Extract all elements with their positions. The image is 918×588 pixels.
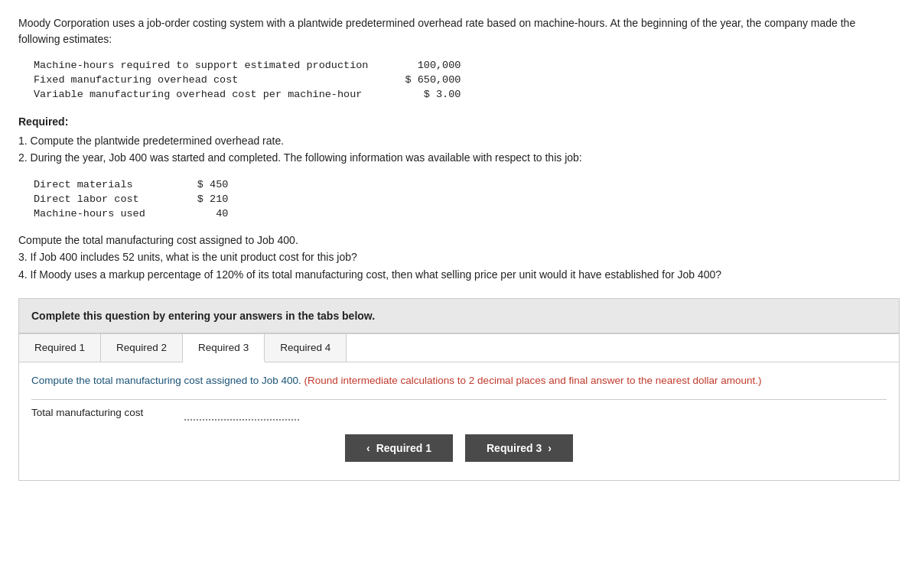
required-item-3: 3. If Job 400 includes 52 units, what is… xyxy=(18,249,900,265)
estimate-label-1: Machine-hours required to support estima… xyxy=(34,58,374,73)
job-label-3: Machine-hours used xyxy=(34,206,151,221)
tab-required-1[interactable]: Required 1 xyxy=(19,334,101,362)
table-row: Machine-hours used 40 xyxy=(34,206,234,221)
tab-instruction-highlight: (Round intermediate calculations to 2 de… xyxy=(304,375,761,386)
intro-paragraph: Moody Corporation uses a job-order costi… xyxy=(18,15,900,47)
compute-section: Compute the total manufacturing cost ass… xyxy=(18,232,900,283)
next-button[interactable]: Required 3 xyxy=(465,434,573,462)
answer-input[interactable] xyxy=(184,404,299,421)
table-row: Direct materials $ 450 xyxy=(34,177,234,192)
job-label-2: Direct labor cost xyxy=(34,192,151,206)
table-row: Direct labor cost $ 210 xyxy=(34,192,234,206)
estimate-value-3: $ 3.00 xyxy=(374,87,467,102)
next-button-label: Required 3 xyxy=(487,442,542,454)
tab-required-3[interactable]: Required 3 xyxy=(183,334,265,362)
job-value-1: $ 450 xyxy=(151,177,235,192)
required-header: Required: xyxy=(18,115,900,128)
chevron-left-icon xyxy=(366,442,370,454)
instruction-box: Complete this question by entering your … xyxy=(18,298,900,333)
table-row: Machine-hours required to support estima… xyxy=(34,58,467,73)
estimate-label-2: Fixed manufacturing overhead cost xyxy=(34,73,374,87)
answer-row: Total manufacturing cost xyxy=(31,399,887,421)
required-item-2: 2. During the year, Job 400 was started … xyxy=(18,149,900,166)
table-row: Fixed manufacturing overhead cost $ 650,… xyxy=(34,73,467,87)
instruction-text: Complete this question by entering your … xyxy=(31,310,375,322)
table-row: Variable manufacturing overhead cost per… xyxy=(34,87,467,102)
nav-buttons: Required 1 Required 3 xyxy=(31,434,887,469)
tab-required-2[interactable]: Required 2 xyxy=(101,334,183,362)
tab-instruction-normal: Compute the total manufacturing cost ass… xyxy=(31,375,301,386)
required-items: 1. Compute the plantwide predetermined o… xyxy=(18,132,900,167)
compute-line: Compute the total manufacturing cost ass… xyxy=(18,232,900,249)
job-label-1: Direct materials xyxy=(34,177,151,192)
estimate-value-2: $ 650,000 xyxy=(374,73,467,87)
tab-content-required-2: Compute the total manufacturing cost ass… xyxy=(19,362,899,480)
prev-button-label: Required 1 xyxy=(376,442,431,454)
answer-label: Total manufacturing cost xyxy=(31,407,184,418)
chevron-right-icon xyxy=(548,442,552,454)
tab-required-4[interactable]: Required 4 xyxy=(265,334,347,362)
job-value-2: $ 210 xyxy=(151,192,235,206)
job-data-table: Direct materials $ 450 Direct labor cost… xyxy=(34,177,234,221)
estimates-table: Machine-hours required to support estima… xyxy=(34,58,467,102)
tabs-container: Required 1 Required 2 Required 3 Require… xyxy=(18,333,900,481)
estimate-value-1: 100,000 xyxy=(374,58,467,73)
required-item-4: 4. If Moody uses a markup percentage of … xyxy=(18,266,900,283)
tab-instruction: Compute the total manufacturing cost ass… xyxy=(31,373,887,388)
job-value-3: 40 xyxy=(151,206,235,221)
tabs-header: Required 1 Required 2 Required 3 Require… xyxy=(19,334,899,362)
prev-button[interactable]: Required 1 xyxy=(345,434,453,462)
estimate-label-3: Variable manufacturing overhead cost per… xyxy=(34,87,374,102)
required-item-1: 1. Compute the plantwide predetermined o… xyxy=(18,132,900,149)
